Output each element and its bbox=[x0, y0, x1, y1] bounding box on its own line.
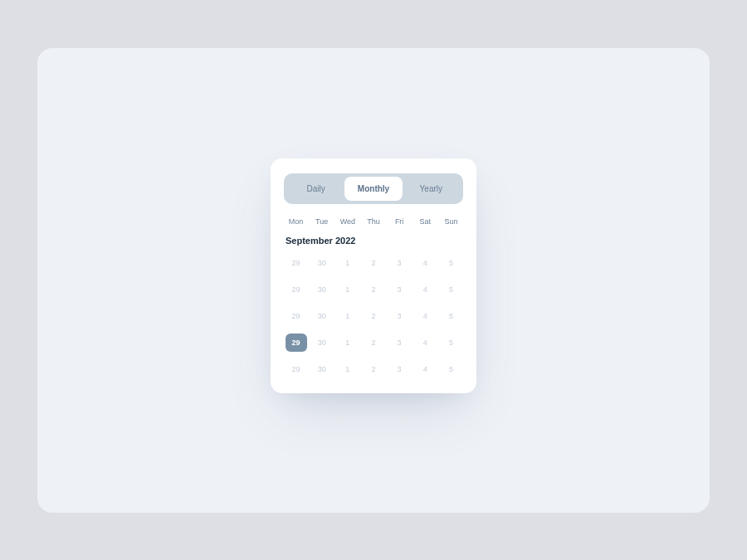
day-cell[interactable]: 4 bbox=[414, 280, 436, 299]
days-grid: 2930123452930123452930123452930123452930… bbox=[284, 254, 463, 378]
day-cell[interactable]: 3 bbox=[388, 334, 410, 352]
day-cell[interactable]: 5 bbox=[440, 360, 461, 378]
day-cell[interactable]: 1 bbox=[337, 334, 359, 352]
day-cell[interactable]: 4 bbox=[414, 334, 436, 352]
day-cell[interactable]: 5 bbox=[440, 280, 461, 299]
weekday-label: Wed bbox=[335, 217, 359, 226]
weekday-label: Sat bbox=[413, 217, 437, 226]
day-cell[interactable]: 1 bbox=[337, 360, 359, 378]
day-cell[interactable]: 4 bbox=[414, 360, 436, 378]
day-cell[interactable]: 29 bbox=[286, 254, 307, 272]
day-cell[interactable]: 1 bbox=[337, 280, 359, 299]
view-tabs: Daily Monthly Yearly bbox=[284, 173, 463, 204]
day-cell[interactable]: 30 bbox=[311, 280, 333, 299]
day-cell[interactable]: 29 bbox=[286, 334, 307, 352]
day-cell[interactable]: 3 bbox=[388, 254, 410, 272]
day-cell[interactable]: 2 bbox=[363, 280, 384, 299]
day-cell[interactable]: 29 bbox=[286, 307, 307, 325]
day-cell[interactable]: 2 bbox=[363, 307, 384, 325]
day-cell[interactable]: 5 bbox=[440, 307, 461, 325]
day-cell[interactable]: 29 bbox=[286, 280, 307, 299]
day-cell[interactable]: 2 bbox=[363, 360, 384, 378]
tab-daily[interactable]: Daily bbox=[287, 177, 344, 201]
day-cell[interactable]: 2 bbox=[363, 334, 384, 352]
day-cell[interactable]: 30 bbox=[311, 254, 333, 272]
day-cell[interactable]: 3 bbox=[388, 280, 410, 299]
weekday-label: Sun bbox=[439, 217, 463, 226]
day-cell[interactable]: 5 bbox=[440, 254, 461, 272]
day-cell[interactable]: 3 bbox=[388, 307, 410, 325]
tab-monthly[interactable]: Monthly bbox=[344, 177, 402, 201]
day-cell[interactable]: 1 bbox=[337, 254, 359, 272]
day-cell[interactable]: 3 bbox=[388, 360, 410, 378]
day-cell[interactable]: 30 bbox=[311, 360, 333, 378]
weekday-label: Thu bbox=[361, 217, 385, 226]
day-cell[interactable]: 4 bbox=[414, 254, 436, 272]
tab-yearly[interactable]: Yearly bbox=[403, 177, 460, 201]
weekday-header: Mon Tue Wed Thu Fri Sat Sun bbox=[284, 217, 463, 226]
day-cell[interactable]: 2 bbox=[363, 254, 384, 272]
calendar-card: Daily Monthly Yearly Mon Tue Wed Thu Fri… bbox=[271, 158, 476, 393]
day-cell[interactable]: 29 bbox=[286, 360, 307, 378]
day-cell[interactable]: 30 bbox=[311, 334, 333, 352]
month-label: September 2022 bbox=[284, 236, 463, 246]
day-cell[interactable]: 1 bbox=[337, 307, 359, 325]
day-cell[interactable]: 4 bbox=[414, 307, 436, 325]
day-cell[interactable]: 5 bbox=[440, 334, 461, 352]
weekday-label: Tue bbox=[310, 217, 334, 226]
day-cell[interactable]: 30 bbox=[311, 307, 333, 325]
weekday-label: Fri bbox=[388, 217, 412, 226]
outer-container: Daily Monthly Yearly Mon Tue Wed Thu Fri… bbox=[37, 48, 710, 513]
weekday-label: Mon bbox=[284, 217, 308, 226]
